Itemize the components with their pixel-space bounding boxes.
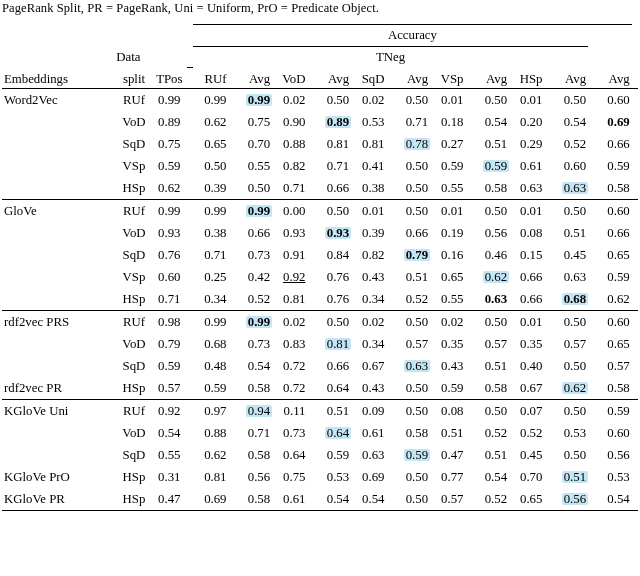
table-row: KGloVe UniRUf0.920.970.940.110.510.090.5… — [2, 400, 638, 423]
col-data: Data — [116, 44, 151, 66]
table-row: VSp0.590.500.550.820.710.410.500.590.590… — [2, 155, 638, 177]
table-row: HSp0.620.390.500.710.660.380.500.550.580… — [2, 177, 638, 200]
caption-fragment: PageRank Split, PR = PageRank, Uni = Uni… — [0, 0, 640, 20]
table-row: SqD0.750.650.700.880.810.810.780.270.510… — [2, 133, 638, 155]
table-row: rdf2vec PRHSp0.570.590.580.720.640.430.5… — [2, 377, 638, 400]
table-row: KGloVe PrOHSp0.310.810.560.750.530.690.5… — [2, 466, 638, 488]
table-row: rdf2vec PRSRUf0.980.990.990.020.500.020.… — [2, 311, 638, 334]
table-row: HSp0.710.340.520.810.760.340.520.550.630… — [2, 288, 638, 311]
table-row: VoD0.790.680.730.830.810.340.570.350.570… — [2, 333, 638, 355]
table-row: GloVeRUf0.990.990.990.000.500.010.500.01… — [2, 200, 638, 223]
col-tneg: TNeg — [193, 44, 588, 66]
col-accuracy: Accuracy — [193, 20, 631, 44]
col-labels: Embeddings split TPos RUf Avg VoD Avg Sq… — [2, 66, 638, 89]
table-row: VoD0.930.380.660.930.930.390.660.190.560… — [2, 222, 638, 244]
table-row: VSp0.600.250.420.920.760.430.510.650.620… — [2, 266, 638, 288]
table-row: VoD0.890.620.750.900.890.530.710.180.540… — [2, 111, 638, 133]
table-row: Word2VecRUf0.990.990.990.020.500.020.500… — [2, 89, 638, 112]
table-row: KGloVe PRHSp0.470.690.580.610.540.540.50… — [2, 488, 638, 511]
results-table: Accuracy Data TNeg Embeddings split TPos… — [2, 20, 638, 511]
table-row: SqD0.760.710.730.910.840.820.790.160.460… — [2, 244, 638, 266]
table-row: VoD0.540.880.710.730.640.610.580.510.520… — [2, 422, 638, 444]
table-row: SqD0.590.480.540.720.660.670.630.430.510… — [2, 355, 638, 377]
table-row: SqD0.550.620.580.640.590.630.590.470.510… — [2, 444, 638, 466]
